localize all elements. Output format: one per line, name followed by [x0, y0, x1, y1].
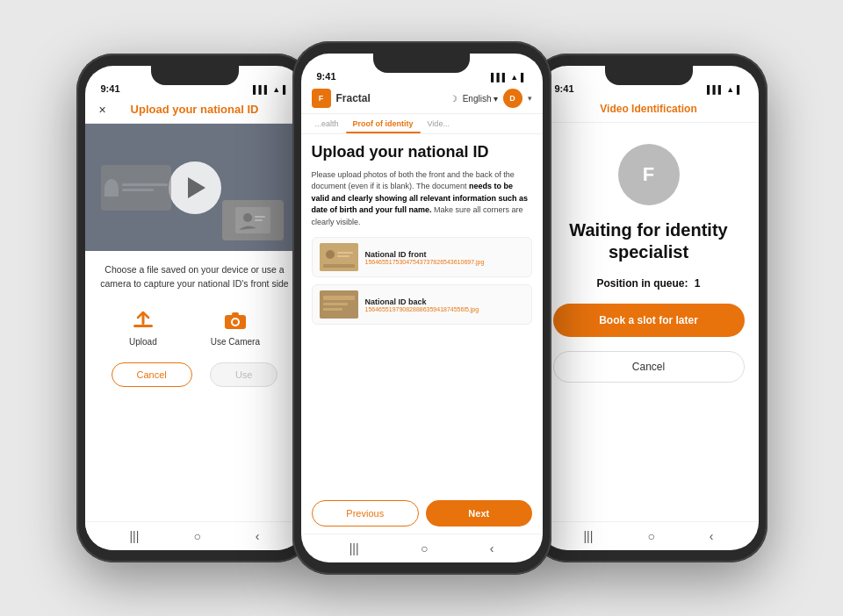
svg-point-1	[243, 213, 252, 222]
svg-point-8	[233, 319, 238, 325]
fractal-letter: F	[643, 163, 654, 186]
id-front-name: National ID front	[365, 250, 524, 259]
camera-icon	[222, 307, 249, 333]
close-icon[interactable]: ×	[99, 103, 106, 117]
phone3-screen: 9:41 ▌▌▌ ▲ ▌ Video Identification F Wait…	[539, 66, 759, 550]
brand-name: Fractal	[336, 92, 371, 104]
phone2-time: 9:41	[317, 71, 336, 82]
user-avatar[interactable]: D	[503, 89, 522, 108]
id-back-filename: 15646551979082888635941874556l5.jpg	[365, 306, 524, 312]
svg-rect-4	[133, 325, 153, 327]
upload-label: Upload	[129, 337, 157, 347]
id-front-item[interactable]: National ID front 1564655175304754373782…	[312, 237, 532, 277]
cancel-button[interactable]: Cancel	[553, 351, 745, 383]
book-slot-button[interactable]: Book a slot for later	[553, 304, 745, 337]
fractal-logo: F	[312, 89, 331, 108]
tab-video[interactable]: Vide...	[421, 114, 457, 133]
avatar-chevron-icon: ▾	[528, 94, 532, 103]
svg-rect-12	[337, 252, 353, 254]
id-back-item[interactable]: National ID back 15646551979082888635941…	[312, 284, 532, 325]
phone2-content: F Fractal ☽ English ▾ D ▾ ...ealth Proof…	[301, 85, 543, 562]
nav-back-icon: ‹	[710, 529, 714, 543]
queue-position: Position in queue: 1	[596, 277, 700, 290]
phone3-content: Video Identification F Waiting for ident…	[539, 97, 759, 550]
id-card-preview	[222, 200, 284, 240]
phone3-nav: ||| ○ ‹	[539, 521, 759, 550]
bold-text: needs to be valid and clearly showing al…	[312, 182, 529, 214]
phone1-actions: Upload Use Camera	[85, 298, 305, 355]
phone2-footer: Previous Next	[301, 493, 543, 534]
tab-proof-of-identity[interactable]: Proof of identity	[346, 114, 421, 133]
nav-home-icon: ○	[193, 529, 200, 543]
phone-3: 9:41 ▌▌▌ ▲ ▌ Video Identification F Wait…	[530, 54, 767, 562]
phone3-notch	[605, 66, 693, 85]
phone1-title: Upload your national ID	[131, 103, 259, 116]
nav-back-icon: ‹	[490, 541, 494, 555]
svg-rect-16	[323, 296, 355, 300]
queue-label: Position in queue:	[596, 277, 688, 290]
moon-icon: ☽	[450, 94, 458, 104]
phone3-status-icons: ▌▌▌ ▲ ▌	[707, 85, 742, 94]
phone2-body: Upload your national ID Please upload ph…	[301, 134, 543, 493]
phone1-buttons: Cancel Use	[85, 355, 305, 396]
upload-icon	[130, 307, 156, 333]
play-button[interactable]	[169, 161, 221, 214]
svg-rect-3	[255, 219, 263, 221]
phone2-navbar: F Fractal ☽ English ▾ D ▾	[301, 85, 543, 114]
phone2-status-icons: ▌▌▌ ▲ ▌	[491, 73, 526, 82]
fractal-avatar: F	[618, 144, 680, 205]
nav-menu-icon: |||	[349, 541, 359, 555]
phone-1: 9:41 ▌▌▌ ▲ ▌ × Upload your national ID	[76, 54, 313, 562]
id-front-filename: 15646551753047543737826543610697.jpg	[365, 259, 524, 265]
svg-rect-2	[255, 216, 265, 218]
phone1-notch	[151, 66, 239, 85]
svg-rect-18	[323, 308, 342, 311]
id-back-name: National ID back	[365, 297, 524, 306]
id-front-thumb	[320, 243, 358, 271]
nav-menu-icon: |||	[129, 529, 139, 543]
phone3-header: Video Identification	[539, 97, 759, 123]
nav-home-icon: ○	[647, 529, 654, 543]
language-label: English	[463, 94, 492, 104]
previous-button[interactable]: Previous	[312, 500, 420, 526]
phone1-screen: 9:41 ▌▌▌ ▲ ▌ × Upload your national ID	[85, 66, 305, 550]
user-initial: D	[509, 94, 515, 103]
phone2-tabs: ...ealth Proof of identity Vide...	[301, 114, 543, 134]
nav-menu-icon: |||	[583, 529, 593, 543]
phone2-nav: ||| ○ ‹	[301, 534, 543, 562]
nav-back-icon: ‹	[256, 529, 260, 543]
svg-point-11	[326, 250, 335, 259]
waiting-text: Waiting for identity specialist	[553, 219, 745, 263]
phone1-content: × Upload your national ID	[85, 97, 305, 550]
phone1-nav: ||| ○ ‹	[85, 521, 305, 550]
id-front-info: National ID front 1564655175304754373782…	[365, 250, 524, 265]
tab-health[interactable]: ...ealth	[308, 114, 346, 133]
phone1-header: × Upload your national ID	[85, 97, 305, 124]
next-button[interactable]: Next	[426, 500, 532, 526]
phone1-status-icons: ▌▌▌ ▲ ▌	[253, 85, 288, 94]
upload-action[interactable]: Upload	[129, 307, 157, 347]
queue-number: 1	[695, 277, 701, 290]
phone1-time: 9:41	[101, 83, 120, 94]
phone1-description: Choose a file saved on your device or us…	[85, 251, 305, 298]
phone3-time: 9:41	[555, 83, 574, 94]
phone2-description: Please upload photos of both the front a…	[312, 169, 532, 229]
use-button[interactable]: Use	[210, 362, 278, 387]
svg-rect-9	[232, 312, 239, 316]
phone1-video-area	[85, 124, 305, 251]
video-id-title: Video Identification	[600, 103, 696, 115]
id-back-info: National ID back 15646551979082888635941…	[365, 297, 524, 312]
camera-action[interactable]: Use Camera	[211, 307, 260, 347]
camera-label: Use Camera	[211, 337, 260, 347]
play-icon	[188, 177, 205, 198]
phone2-heading: Upload your national ID	[312, 143, 532, 162]
svg-rect-14	[323, 264, 355, 268]
phone3-body: F Waiting for identity specialist Positi…	[539, 123, 759, 521]
nav-home-icon: ○	[421, 541, 428, 555]
cancel-button[interactable]: Cancel	[112, 362, 192, 387]
phone2-notch	[373, 54, 470, 73]
svg-rect-13	[337, 255, 349, 257]
phone-2: 9:41 ▌▌▌ ▲ ▌ F Fractal ☽ English ▾	[292, 41, 551, 575]
language-selector[interactable]: English ▾	[463, 94, 498, 104]
id-back-thumb	[320, 290, 358, 319]
